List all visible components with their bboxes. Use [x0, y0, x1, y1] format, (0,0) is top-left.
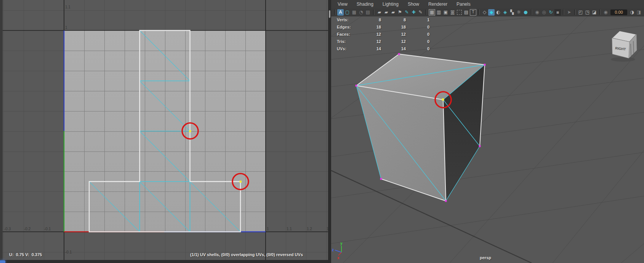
- isolate-select-icon[interactable]: ▪: [554, 9, 561, 16]
- field-chart-icon[interactable]: [457, 10, 462, 15]
- pencil-icon[interactable]: ✎: [417, 9, 424, 16]
- uv-panel-bottom-border: [0, 260, 328, 263]
- grid-icon[interactable]: ▦: [429, 9, 435, 16]
- uv-label-u--0.3: -0.3: [4, 227, 11, 231]
- uv-label-u-1.2: 1.2: [307, 227, 312, 231]
- uv-panel-left-edge: [0, 0, 3, 260]
- bookmark-icon[interactable]: ⚑: [397, 9, 403, 16]
- hud-value: 1: [410, 18, 429, 22]
- lights-icon[interactable]: ☼: [516, 9, 522, 16]
- toolbar-separator: [574, 10, 575, 15]
- hud-value: 8: [362, 18, 381, 22]
- view-cube-shadow: [611, 57, 635, 62]
- toolbar-separator: [531, 10, 532, 15]
- hud-value: 12: [387, 39, 406, 44]
- camera-name-label: persp: [474, 255, 497, 260]
- hud-value: 18: [387, 25, 406, 29]
- toolbar-separator: [478, 10, 479, 15]
- square-filled-icon[interactable]: ▩: [351, 9, 357, 16]
- toolbar-separator: [563, 10, 564, 15]
- axis-z-label: z: [332, 248, 334, 252]
- square-outline-icon[interactable]: ▢: [344, 9, 351, 16]
- toolbar-separator: [334, 10, 335, 15]
- uv-label-u--0.1: -0.1: [44, 227, 51, 231]
- hud-value: 18: [362, 25, 381, 29]
- checker-icon[interactable]: ▚: [509, 9, 515, 16]
- snapshot-copy-icon[interactable]: ◰: [577, 9, 584, 16]
- uv-editor-canvas[interactable]: 1.1 1 -0.3 -0.2 -0.1 1 1.1 1.2 1 -0.1: [0, 0, 328, 263]
- hud-value: 14: [387, 46, 406, 51]
- contrast-icon[interactable]: ◑: [629, 9, 635, 16]
- uv-label-u--0.2: -0.2: [24, 227, 31, 231]
- image-plane-icon[interactable]: ▤: [365, 9, 371, 16]
- quill-icon[interactable]: ✎: [404, 9, 410, 16]
- textured-sphere-icon[interactable]: ●: [522, 9, 529, 16]
- film-gate-icon[interactable]: ▥: [436, 9, 442, 16]
- uv-label-v-1: 1: [65, 26, 67, 30]
- hud-label: Edges:: [337, 25, 351, 29]
- maya-workspace: 1.1 1 -0.3 -0.2 -0.1 1 1.1 1.2 1 -0.1 U:…: [0, 0, 644, 263]
- move-manipulator-icon[interactable]: ✚: [410, 9, 417, 16]
- menu-show[interactable]: Show: [404, 1, 423, 8]
- select-highlight-icon[interactable]: A: [337, 9, 344, 16]
- uv-label-v--0.1: -0.1: [65, 250, 72, 254]
- menu-shading[interactable]: Shading: [352, 1, 378, 8]
- pie-circle-icon[interactable]: ◔: [358, 9, 364, 16]
- hud-label: UVs:: [337, 46, 346, 51]
- selected-uv-point-1[interactable]: [189, 130, 191, 132]
- safe-title-icon[interactable]: T: [470, 9, 476, 16]
- menu-panels[interactable]: Panels: [452, 1, 475, 8]
- snapshot-paste-icon[interactable]: ◳: [584, 9, 591, 16]
- uv-shell-stats: (1/1) UV shells, (0/0) overlapping UVs, …: [190, 252, 303, 257]
- menu-lighting[interactable]: Lighting: [378, 1, 403, 8]
- screen-space-ao-icon[interactable]: ↻: [548, 9, 554, 16]
- viewport-toolbar[interactable]: A▢▩◔▤▰▰▰⚑✎✚✎▦▥▣◙▤T◇◆◐◈▚☼●◉◎↻▪➤◰◳◪◉0.00◑◨: [331, 8, 644, 16]
- camera-lock-icon[interactable]: ▰: [383, 9, 389, 16]
- aperture-icon[interactable]: ◉: [602, 9, 609, 16]
- wireframe-cube-icon[interactable]: ◇: [481, 9, 488, 16]
- menu-view[interactable]: View: [333, 1, 352, 8]
- material-sphere-icon[interactable]: ◐: [495, 9, 501, 16]
- hud-value: 8: [387, 18, 406, 22]
- uv-label-u-1: 1: [267, 227, 269, 231]
- uv-label-v-1.1: 1.1: [65, 5, 70, 9]
- active-panel-accent: [0, 260, 5, 263]
- shadows-icon[interactable]: ◎: [541, 9, 547, 16]
- toolbar-separator: [599, 10, 601, 15]
- textured-cube-icon[interactable]: ◈: [502, 9, 508, 16]
- gate-mask-icon[interactable]: ◙: [449, 9, 456, 16]
- toolbar-separator: [373, 10, 374, 15]
- hud-label: Verts:: [337, 18, 349, 22]
- hud-value: 0: [410, 25, 429, 29]
- image-export-icon[interactable]: ◪: [591, 9, 598, 16]
- panel-divider[interactable]: [328, 0, 331, 263]
- gamma-icon[interactable]: ◨: [636, 9, 642, 16]
- hud-value: 0: [410, 32, 429, 37]
- viewport-menubar[interactable]: ViewShadingLightingShowRendererPanels: [331, 0, 644, 8]
- hud-value: 12: [387, 32, 406, 37]
- selected-uv-point-2[interactable]: [240, 181, 242, 183]
- perspective-viewport-panel[interactable]: RIGHT y z x ViewShadingLightingShowRende…: [331, 0, 644, 263]
- hud-value: 0: [410, 39, 429, 44]
- hud-value: 0: [410, 46, 429, 51]
- camera-icon[interactable]: ▰: [376, 9, 383, 16]
- uv-editor-panel[interactable]: 1.1 1 -0.3 -0.2 -0.1 1 1.1 1.2 1 -0.1 U:…: [0, 0, 328, 263]
- safe-action-icon[interactable]: ▤: [463, 9, 469, 16]
- marquee-select-icon[interactable]: ➤: [566, 9, 572, 16]
- uv-coordinate-readout: U: 0.75 V: 0.375: [9, 252, 42, 257]
- hud-label: Tris:: [337, 39, 346, 44]
- default-material-icon[interactable]: ◉: [534, 9, 540, 16]
- menu-renderer[interactable]: Renderer: [424, 1, 452, 8]
- uv-label-u-1.1: 1.1: [287, 227, 292, 231]
- exposure-field[interactable]: 0.00: [610, 10, 627, 15]
- resolution-gate-icon[interactable]: ▣: [442, 9, 449, 16]
- camera-attributes-icon[interactable]: ▰: [390, 9, 396, 16]
- shaded-cube-icon[interactable]: ◆: [488, 9, 495, 16]
- selected-vertex[interactable]: [442, 99, 444, 101]
- axis-y-label: y: [340, 241, 343, 245]
- hud-value: 12: [362, 39, 381, 44]
- panel-divider-handle[interactable]: [329, 10, 330, 18]
- hud-value: 12: [362, 32, 381, 37]
- axis-x-label: x: [337, 256, 340, 260]
- hud-label: Faces:: [337, 32, 350, 37]
